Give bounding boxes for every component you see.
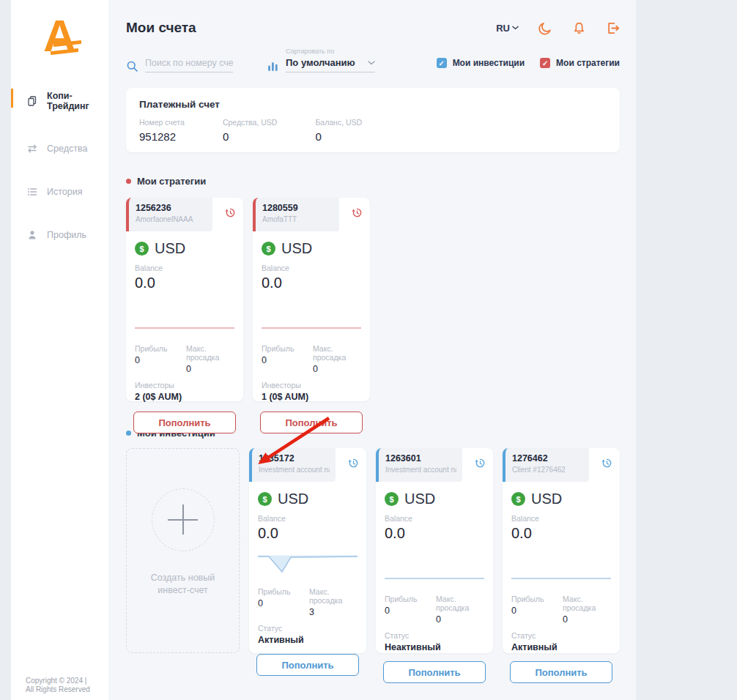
- page-title: Мои счета: [126, 20, 196, 36]
- stat-value: 0: [258, 598, 309, 608]
- account-name: Investment account name: [385, 466, 456, 474]
- balance-label: Balance: [511, 514, 611, 523]
- sort-control: Сортировать по По умолчанию: [267, 48, 375, 72]
- account-header-chip: 1263601 Investment account name: [376, 448, 462, 482]
- stat-label: Макс. просадка: [436, 595, 484, 612]
- balance-value: 0.0: [258, 525, 358, 542]
- stat-profit: Прибыль 0: [511, 595, 563, 625]
- stat-value: 0: [436, 614, 484, 625]
- section-title: Мои стратегии: [137, 176, 206, 187]
- notifications-bell-icon[interactable]: [572, 21, 586, 35]
- language-selector[interactable]: RU: [496, 23, 519, 34]
- search-input[interactable]: [145, 56, 233, 72]
- stat-status: Статус Активный: [511, 631, 611, 652]
- dark-mode-moon-icon[interactable]: [538, 21, 552, 35]
- top-up-button[interactable]: Пополнить: [510, 661, 612, 683]
- stat-value: 1 (0$ AUM): [262, 392, 361, 402]
- balance-sparkline-chart: [262, 310, 361, 335]
- account-name: Client #1276462: [512, 466, 583, 474]
- account-number: 1263601: [385, 453, 456, 463]
- payment-field-funds: Средства, USD 0: [223, 118, 278, 143]
- sidebar-item-copy-trading[interactable]: Копи-Трейдинг: [11, 82, 108, 120]
- history-icon[interactable]: [348, 458, 359, 469]
- transfer-arrows-icon: [26, 143, 38, 154]
- stat-label: Прибыль: [258, 587, 309, 596]
- currency-label: USD: [278, 491, 308, 507]
- account-name: AmofaTTT: [262, 215, 333, 223]
- filter-my-investments[interactable]: Мои инвестиции: [437, 58, 525, 68]
- strategy-card-1256236: 1256236 AmorfaonelNAAA USD Balance 0.0 П…: [126, 198, 243, 401]
- filter-label: Мои инвестиции: [453, 58, 525, 68]
- stat-value: 0: [313, 364, 361, 374]
- logout-icon[interactable]: [606, 21, 620, 35]
- usd-coin-icon: [511, 492, 525, 506]
- strategy-cards-row: 1256236 AmorfaonelNAAA USD Balance 0.0 П…: [126, 198, 620, 401]
- filter-my-strategies[interactable]: Мои стратегии: [540, 58, 620, 68]
- top-up-button[interactable]: Пополнить: [260, 412, 363, 433]
- payment-field-number: Номер счета 951282: [139, 118, 185, 143]
- sidebar-item-funds[interactable]: Средства: [11, 134, 108, 163]
- history-icon[interactable]: [601, 458, 612, 469]
- usd-coin-icon: [385, 492, 399, 506]
- toolbar-left: Сортировать по По умолчанию: [126, 48, 375, 72]
- investment-card-1276462: 1276462 Client #1276462 USD Balance 0.0 …: [503, 448, 620, 653]
- history-icon[interactable]: [225, 207, 236, 218]
- account-header-chip: 1256236 AmorfaonelNAAA: [126, 198, 212, 231]
- investment-card-1235172: 1235172 Investment account name USD Bala…: [249, 448, 366, 653]
- sidebar-item-profile[interactable]: Профиль: [11, 220, 108, 250]
- create-investment-account-card[interactable]: Создать новый инвест-счет: [126, 448, 240, 653]
- stat-value: 0: [186, 364, 234, 374]
- sidebar-item-label: Профиль: [47, 230, 86, 240]
- stat-label: Макс. просадка: [186, 344, 234, 362]
- field-value: 0: [315, 130, 362, 143]
- strategy-card-1280559: 1280559 AmofaTTT USD Balance 0.0 Прибыль…: [253, 198, 370, 401]
- copyright-text: Copyright © 2024 | All Rights Reserved: [26, 677, 93, 694]
- checkbox-checked-icon[interactable]: [540, 58, 550, 68]
- stat-value: 0: [385, 606, 436, 616]
- history-icon[interactable]: [352, 207, 363, 218]
- stat-label: Макс. просадка: [563, 595, 611, 612]
- plus-icon[interactable]: [152, 488, 215, 551]
- stat-label: Прибыль: [262, 344, 313, 353]
- section-my-strategies: Мои стратегии: [126, 176, 620, 187]
- stat-value: 0: [511, 606, 563, 616]
- top-up-button[interactable]: Пополнить: [256, 654, 359, 676]
- page-header: Мои счета RU: [126, 20, 620, 36]
- stat-max-drawdown: Макс. просадка 0: [563, 595, 611, 625]
- search-box: [126, 56, 233, 72]
- balance-value: 0.0: [511, 525, 611, 542]
- status-value: Активный: [258, 635, 358, 645]
- stat-value: 0: [262, 355, 313, 365]
- sidebar-item-label: Копи-Трейдинг: [47, 91, 101, 111]
- sort-dropdown[interactable]: Сортировать по По умолчанию: [286, 48, 375, 72]
- field-value: 951282: [139, 130, 185, 143]
- sort-label: Сортировать по: [286, 48, 375, 55]
- account-header-chip: 1235172 Investment account name: [249, 448, 336, 482]
- balance-value: 0.0: [262, 275, 361, 291]
- copy-icon: [26, 95, 38, 107]
- balance-value: 0.0: [135, 275, 234, 291]
- app-logo: A: [34, 10, 86, 62]
- sidebar-nav: Копи-Трейдинг Средства История Профиль: [11, 82, 108, 250]
- account-number: 1256236: [136, 203, 207, 213]
- user-icon: [26, 229, 38, 241]
- toolbar: Сортировать по По умолчанию Мои инвестиц…: [126, 48, 620, 72]
- balance-sparkline-chart: [258, 554, 358, 578]
- account-number: 1235172: [259, 453, 330, 463]
- filters: Мои инвестиции Мои стратегии: [437, 58, 620, 72]
- stat-max-drawdown: Макс. просадка 3: [309, 587, 358, 617]
- sidebar-item-label: История: [47, 187, 82, 197]
- top-up-button[interactable]: Пополнить: [383, 661, 486, 683]
- red-dot-icon: [126, 179, 131, 184]
- investment-card-1263601: 1263601 Investment account name USD Bala…: [376, 448, 493, 653]
- history-icon[interactable]: [475, 458, 486, 469]
- top-up-button[interactable]: Пополнить: [133, 412, 236, 433]
- balance-label: Balance: [385, 514, 484, 523]
- checkbox-checked-icon[interactable]: [437, 58, 447, 68]
- stat-label: Макс. просадка: [313, 344, 361, 362]
- currency-label: USD: [155, 240, 185, 257]
- sidebar-item-history[interactable]: История: [11, 177, 108, 206]
- field-label: Баланс, USD: [315, 118, 362, 127]
- stat-label: Инвесторы: [135, 381, 234, 390]
- stat-label: Прибыль: [511, 595, 563, 603]
